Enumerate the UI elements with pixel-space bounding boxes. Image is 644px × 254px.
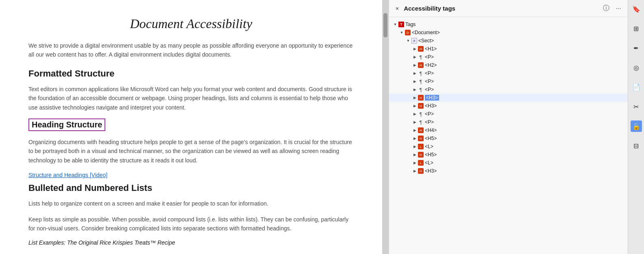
sect-icon: ≡ (411, 37, 418, 44)
h3c-icon: H (418, 168, 424, 174)
tags-label: Tags (405, 22, 416, 27)
doc-intro-paragraph: We strive to provide a digital environme… (28, 41, 354, 59)
tree-p6[interactable]: ¶ <P> (389, 118, 628, 126)
p4-label: <P> (425, 87, 434, 92)
chevron-right-icon (412, 136, 418, 141)
h1-label: <H1> (425, 46, 437, 52)
panel-close-button[interactable]: × (394, 4, 400, 13)
chevron-right-icon (412, 62, 418, 68)
tree-h3c[interactable]: H <H3> (389, 167, 628, 175)
chevron-right-icon (412, 46, 418, 52)
chevron-right-icon (412, 54, 418, 60)
p2-icon: ¶ (418, 70, 424, 77)
l2-label: <L> (425, 160, 433, 166)
panel-title: Accessibility tags (404, 5, 598, 12)
chevron-right-icon (412, 152, 418, 158)
h3c-label: <H3> (425, 168, 437, 174)
tree-h5a[interactable]: H <H5> (389, 134, 628, 142)
chevron-right-icon (412, 111, 418, 117)
p3-icon: ¶ (418, 78, 424, 85)
h1-icon: H (418, 46, 424, 52)
tree-document[interactable]: D <Document> (389, 28, 628, 37)
chevron-right-icon (412, 70, 418, 76)
sect-label: <Sect> (418, 38, 434, 44)
p1-label: <P> (425, 54, 434, 60)
tree-h3a[interactable]: H <H3> (389, 94, 628, 102)
panel-info-button[interactable]: ⓘ (601, 3, 611, 13)
p3-label: <P> (425, 79, 434, 84)
bookmark-icon[interactable]: 🔖 (631, 3, 642, 15)
tree-h1[interactable]: H <H1> (389, 45, 628, 53)
tree-p5[interactable]: ¶ <P> (389, 110, 628, 118)
h3b-label: <H3> (425, 103, 437, 109)
table-icon[interactable]: ⊟ (631, 140, 642, 151)
h3a-label: <H3> (425, 95, 439, 101)
lists-body-1: Lists help to organize content on a scre… (28, 199, 354, 208)
chevron-right-icon (412, 119, 418, 125)
h4-icon: H (418, 127, 424, 134)
p2-label: <P> (425, 70, 434, 76)
chevron-right-icon (412, 103, 418, 109)
document-icon: D (405, 29, 411, 36)
chevron-down-icon (405, 38, 411, 44)
scissors-icon[interactable]: ✂ (631, 101, 642, 112)
right-icon-strip: 🔖 ⊞ ✒ ◎ 📄 ✂ 🔒 ⊟ (628, 0, 644, 254)
tags-icon: T (398, 21, 405, 28)
h5a-icon: H (418, 135, 424, 142)
scrollbar[interactable] (382, 0, 389, 254)
h5b-label: <H5> (425, 152, 437, 158)
p5-icon: ¶ (418, 111, 424, 117)
heading-structure-heading: Heading Structure (28, 118, 105, 131)
heading-structure-body: Organizing documents with heading struct… (28, 138, 354, 165)
chevron-right-icon (412, 160, 418, 166)
h3b-icon: H (418, 103, 424, 109)
p4-icon: ¶ (418, 86, 424, 93)
tree-h5b[interactable]: H <H5> (389, 151, 628, 159)
signature-icon[interactable]: ✒ (631, 42, 642, 54)
chevron-down-icon (392, 22, 398, 27)
tree-p1[interactable]: ¶ <P> (389, 53, 628, 61)
tree-p3[interactable]: ¶ <P> (389, 77, 628, 85)
l2-icon: L (418, 160, 424, 166)
tree-h2[interactable]: H <H2> (389, 61, 628, 69)
scrollbar-thumb[interactable] (383, 13, 387, 37)
l1-label: <L> (425, 144, 433, 149)
chevron-right-icon (412, 79, 418, 84)
tree-h4[interactable]: H <H4> (389, 126, 628, 134)
lists-italic-text: List Examples: The Original Rice Krispie… (28, 239, 354, 246)
grid-icon[interactable]: ⊞ (631, 23, 642, 34)
tree-sect[interactable]: ≡ <Sect> (389, 37, 628, 45)
tree-l2[interactable]: L <L> (389, 159, 628, 167)
chevron-right-icon (412, 95, 418, 101)
tree-tags-root[interactable]: T Tags (389, 20, 628, 28)
document-label: <Document> (412, 30, 440, 35)
lists-body-2: Keep lists as simple as possible. When p… (28, 215, 354, 233)
h4-label: <H4> (425, 127, 437, 133)
chevron-right-icon (412, 127, 418, 133)
h5b-icon: H (418, 151, 424, 158)
page-icon[interactable]: 📄 (631, 81, 642, 93)
heading-structure-link[interactable]: Structure and Headings [Video] (28, 172, 107, 178)
p5-label: <P> (425, 111, 434, 117)
h5a-label: <H5> (425, 136, 437, 141)
l1-icon: L (418, 143, 424, 150)
h2-label: <H2> (425, 62, 437, 68)
heading-structure-section: Heading Structure Organizing documents w… (28, 118, 354, 179)
accessibility-panel: × Accessibility tags ⓘ ··· T Tags D <Doc… (389, 0, 628, 254)
tree-h3b[interactable]: H <H3> (389, 102, 628, 110)
formatted-structure-section: Formatted Structure Text editors in comm… (28, 68, 354, 112)
lock-icon[interactable]: 🔒 (631, 120, 642, 132)
document-area: Document Accessibility We strive to prov… (0, 0, 382, 254)
chevron-right-icon (412, 168, 418, 174)
tree-l1[interactable]: L <L> (389, 142, 628, 151)
tree-p2[interactable]: ¶ <P> (389, 69, 628, 77)
p6-icon: ¶ (418, 119, 424, 125)
panel-more-button[interactable]: ··· (614, 4, 623, 13)
h3a-icon: H (418, 94, 424, 101)
chevron-right-icon (412, 144, 418, 149)
target-icon[interactable]: ◎ (631, 62, 642, 73)
tree-p4[interactable]: ¶ <P> (389, 85, 628, 94)
tags-tree: T Tags D <Document> ≡ <Sect> H <H1 (389, 17, 628, 254)
panel-header: × Accessibility tags ⓘ ··· (389, 0, 628, 17)
document-title: Document Accessibility (28, 16, 354, 31)
